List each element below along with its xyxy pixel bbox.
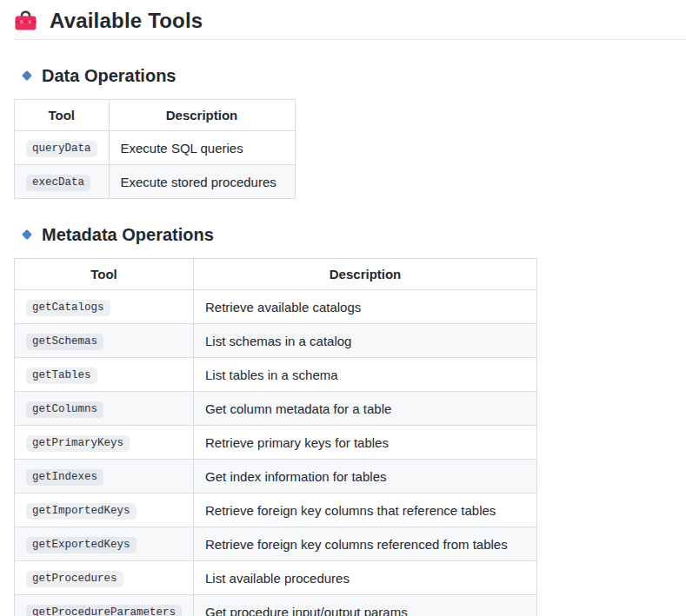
table-row: getProceduresList available procedures: [15, 561, 537, 595]
table-row: getExportedKeysRetrieve foreign key colu…: [15, 527, 537, 561]
tool-code-chip: getSchemas: [26, 334, 103, 350]
tool-code-chip: getTables: [26, 368, 97, 384]
page-title: Available Tools: [50, 9, 203, 33]
section-heading-data-operations: Data Operations: [21, 65, 686, 86]
tool-code-chip: execData: [26, 175, 90, 191]
tool-cell: queryData: [15, 131, 110, 165]
description-cell: Retrieve foreign key columns referenced …: [194, 527, 537, 561]
data-operations-table: Tool Description queryDataExecute SQL qu…: [14, 99, 296, 199]
table-row: execDataExecute stored procedures: [15, 165, 296, 199]
table-row: getTablesList tables in a schema: [15, 358, 537, 392]
tool-cell: getColumns: [15, 392, 194, 426]
tool-code-chip: getPrimaryKeys: [26, 435, 130, 452]
description-cell: List available procedures: [194, 561, 537, 595]
table-row: getColumnsGet column metadata for a tabl…: [15, 392, 537, 426]
description-cell: Retrieve available catalogs: [194, 290, 537, 324]
description-cell: Retrieve foreign key columns that refere…: [194, 493, 537, 527]
table-row: getProcedureParametersGet procedure inpu…: [15, 595, 537, 616]
document-page: Available Tools Data Operations Tool Des…: [0, 0, 686, 616]
table-row: getCatalogsRetrieve available catalogs: [15, 290, 537, 324]
section-title: Metadata Operations: [42, 224, 214, 245]
description-cell: List schemas in a catalog: [194, 324, 537, 358]
tool-code-chip: getColumns: [26, 401, 103, 418]
table-header-row: Tool Description: [15, 259, 537, 290]
tool-cell: getCatalogs: [15, 290, 194, 324]
tool-cell: getIndexes: [15, 460, 194, 493]
page-title-row: Available Tools: [14, 0, 686, 40]
table-row: getImportedKeysRetrieve foreign key colu…: [15, 493, 537, 527]
description-cell: Execute stored procedures: [109, 165, 295, 199]
tool-cell: getTables: [15, 358, 194, 392]
tool-code-chip: getImportedKeys: [26, 503, 137, 520]
section-title: Data Operations: [42, 65, 176, 86]
column-header-description: Description: [109, 100, 295, 131]
metadata-operations-table: Tool Description getCatalogsRetrieve ava…: [14, 258, 537, 616]
table-row: getIndexesGet index information for tabl…: [15, 460, 537, 493]
description-cell: List tables in a schema: [194, 358, 537, 392]
table-row: getSchemasList schemas in a catalog: [15, 324, 537, 358]
tool-code-chip: getIndexes: [26, 469, 103, 486]
table-header-row: Tool Description: [15, 100, 296, 131]
description-cell: Get index information for tables: [194, 460, 537, 493]
description-cell: Retrieve primary keys for tables: [194, 426, 537, 460]
tool-code-chip: queryData: [26, 141, 97, 157]
tool-cell: getProcedureParameters: [15, 595, 194, 616]
table-row: getPrimaryKeysRetrieve primary keys for …: [15, 426, 537, 460]
tool-code-chip: getCatalogs: [26, 300, 110, 316]
small-blue-diamond-icon: [21, 229, 33, 241]
toolbox-icon: [14, 10, 37, 32]
tool-cell: execData: [15, 165, 110, 199]
description-cell: Execute SQL queries: [109, 131, 295, 165]
column-header-description: Description: [194, 259, 537, 290]
tool-code-chip: getExportedKeys: [26, 537, 137, 553]
section-heading-metadata-operations: Metadata Operations: [21, 224, 686, 245]
description-cell: Get procedure input/output params: [194, 595, 537, 616]
column-header-tool: Tool: [15, 259, 194, 290]
tool-cell: getPrimaryKeys: [15, 426, 194, 460]
tool-cell: getSchemas: [15, 324, 194, 358]
tool-cell: getImportedKeys: [15, 493, 194, 527]
description-cell: Get column metadata for a table: [194, 392, 537, 426]
column-header-tool: Tool: [15, 100, 110, 131]
table-row: queryDataExecute SQL queries: [15, 131, 296, 165]
tool-code-chip: getProcedures: [26, 571, 123, 587]
tool-code-chip: getProcedureParameters: [26, 605, 182, 616]
tool-cell: getProcedures: [15, 561, 194, 595]
tool-cell: getExportedKeys: [15, 527, 194, 561]
small-blue-diamond-icon: [21, 70, 33, 82]
